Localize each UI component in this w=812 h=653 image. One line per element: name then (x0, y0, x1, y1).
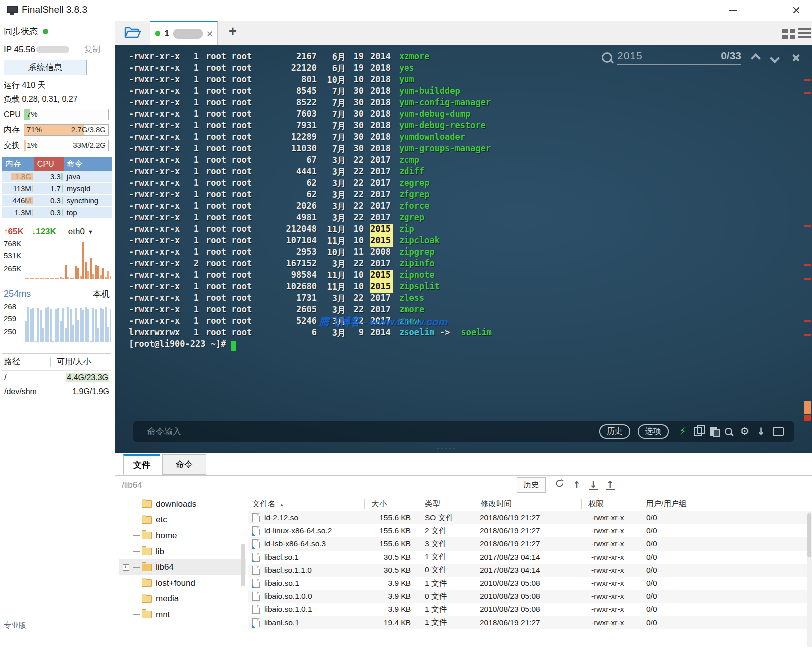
directory-tree: downloadsetchomeliblib64lost+foundmediam… (119, 496, 246, 653)
file-row[interactable]: libaio.so.13.9 KB1 文件2010/08/23 05:08-rw… (248, 577, 812, 590)
chevron-down-icon[interactable]: ▼ (88, 229, 93, 235)
session-tab[interactable]: 1 (150, 21, 218, 45)
search-match-marker (804, 92, 811, 94)
file-col-2[interactable]: 类型 (418, 499, 474, 509)
disk-col-path[interactable]: 路径 (4, 357, 51, 367)
network-interface[interactable]: eth0 (68, 227, 85, 237)
find-icon[interactable] (725, 428, 732, 435)
sort-asc-icon: ▲ (280, 502, 284, 507)
folder-icon (142, 548, 152, 555)
path-input[interactable]: /lib64 (122, 480, 142, 490)
process-col-cpu[interactable]: CPU (34, 157, 64, 171)
sidebar: 同步状态 IP 45.56 复制 系统信息 运行 410 天 负载 0.28, … (0, 21, 115, 653)
maximize-icon[interactable] (761, 7, 768, 14)
file-row[interactable]: libacl.so.1.1.030.5 KB0 文件2017/08/23 04:… (248, 564, 812, 577)
tree-item-downloads[interactable]: downloads (119, 496, 246, 512)
file-col-0[interactable]: 文件名▲ (248, 499, 364, 509)
terminal[interactable]: -rwxr-xr-x1root root21676月192014xzmore-r… (115, 45, 812, 453)
new-tab-button[interactable]: + (229, 24, 237, 39)
search-next-icon[interactable] (771, 55, 779, 60)
tree-item-etc[interactable]: etc (119, 512, 246, 528)
terminal-row: -rwxr-xr-x1root root10710411月102015zipcl… (129, 235, 812, 247)
tree-item-home[interactable]: home (119, 528, 246, 544)
terminal-row: -rwxr-xr-x1root root20263月222017zforce (129, 201, 812, 212)
open-connection-folder-icon[interactable] (124, 26, 142, 42)
tab-commands[interactable]: 命令 (162, 454, 206, 475)
fullscreen-icon[interactable] (773, 427, 784, 436)
terminal-search-bar: 2015 0/33 (602, 50, 800, 65)
tree-item-mnt[interactable]: mnt (119, 607, 246, 623)
sync-status-label: 同步状态 (4, 26, 38, 37)
file-col-5[interactable]: 用户/用户组 (639, 499, 812, 509)
tree-item-label: home (156, 531, 177, 541)
process-row[interactable]: 446M0.3syncthing (2, 195, 112, 207)
file-row[interactable]: libaio.so.1.0.03.9 KB0 文件2010/08/23 05:0… (248, 590, 812, 603)
search-close-icon[interactable] (792, 54, 800, 61)
minimize-icon[interactable] (729, 10, 737, 11)
tree-item-lib[interactable]: lib (119, 544, 246, 560)
scroll-bottom-icon[interactable]: ↓ (757, 425, 765, 437)
layout-grid-icon[interactable] (782, 29, 788, 33)
process-row[interactable]: 1.3M0.3top (2, 207, 112, 219)
system-info-button[interactable]: 系统信息 (4, 60, 87, 75)
terminal-row: -rwxr-xr-x1root root26053月222017zmore (129, 304, 812, 316)
process-row[interactable]: 1.8G3.3java (2, 171, 112, 183)
terminal-row: -rwxr-xr-x1root root110307月302018yum-gro… (129, 143, 812, 155)
file-col-4[interactable]: 权限 (581, 499, 639, 509)
quick-command-icon[interactable]: ⚡ (679, 425, 687, 437)
file-table: 文件名▲大小类型修改时间权限用户/用户组 ld-2.12.so155.6 KBS… (248, 496, 812, 653)
close-icon[interactable] (792, 6, 800, 14)
folder-icon (142, 579, 152, 587)
tree-item-media[interactable]: media (119, 591, 246, 607)
search-input[interactable]: 2015 (617, 50, 643, 62)
file-row[interactable]: ld-linux-x86-64.so.2155.6 KB2 文件2018/06/… (248, 524, 812, 537)
search-prev-icon[interactable] (752, 55, 760, 60)
file-col-3[interactable]: 修改时间 (474, 499, 581, 509)
file-row[interactable]: libaio.so.1.0.13.9 KB1 文件2010/08/23 05:0… (248, 603, 812, 616)
session-tab-strip: 1 + (115, 21, 812, 45)
splitter-handle[interactable] (437, 444, 457, 452)
path-history-button[interactable]: 历史 (517, 477, 546, 493)
gear-icon[interactable]: ⚙ (740, 425, 749, 437)
swap-detail: 33M/2.2G (73, 141, 106, 149)
paste-icon[interactable] (710, 427, 717, 436)
ping-host-label[interactable]: 本机 (93, 288, 110, 300)
disk-col-size[interactable]: 可用/大小 (51, 357, 91, 367)
upload-icon[interactable]: ↑ (606, 479, 615, 490)
file-row[interactable]: libanl.so.119.4 KB1 文件2018/06/19 21:27-r… (248, 616, 812, 629)
tab-files[interactable]: 文件 (123, 454, 160, 475)
parent-directory-icon[interactable]: ↑ (573, 479, 581, 490)
command-input[interactable]: 命令输入 (147, 426, 181, 437)
expand-icon[interactable] (123, 564, 129, 571)
file-table-scrollbar[interactable] (807, 512, 812, 647)
tree-item-label: lib64 (156, 562, 174, 572)
download-icon[interactable]: ↓ (589, 479, 598, 490)
options-button[interactable]: 选项 (638, 424, 669, 439)
tree-item-lost+found[interactable]: lost+found (119, 575, 246, 591)
mem-detail: 2.7G/3.8G (71, 125, 106, 134)
search-match-marker (804, 225, 811, 227)
load-label: 负载 0.28, 0.31, 0.27 (4, 94, 115, 105)
terminal-scrollbar-thumb[interactable] (804, 401, 811, 414)
folder-icon (142, 564, 152, 571)
file-panel: 文件 命令 /lib64 历史 ↑ ↓ ↑ down (115, 453, 812, 653)
file-row[interactable]: ld-lsb-x86-64.so.3155.6 KB3 文件2018/06/19… (248, 537, 812, 550)
file-col-1[interactable]: 大小 (364, 499, 418, 509)
ping-latency: 254ms (4, 289, 31, 299)
tab-close-icon[interactable] (207, 31, 212, 37)
copy-icon[interactable] (694, 427, 702, 436)
process-row[interactable]: 113M1.7mysqld (2, 183, 112, 195)
menu-icon[interactable] (798, 28, 811, 30)
history-button[interactable]: 历史 (599, 424, 630, 439)
file-icon (252, 566, 260, 575)
copy-ip-button[interactable]: 复制 (84, 44, 100, 55)
refresh-icon[interactable] (554, 478, 565, 491)
file-row[interactable]: ld-2.12.so155.6 KBSO 文件2018/06/19 21:27-… (248, 511, 812, 524)
terminal-row: lrwxrwxrwx1root root63月92014zsoelim -> s… (129, 327, 812, 339)
tree-item-lib64[interactable]: lib64 (119, 559, 246, 575)
process-col-mem[interactable]: 内存 (2, 157, 34, 171)
terminal-row: -rwxr-xr-x1root root623月222017zfgrep (129, 189, 812, 201)
tree-scrollbar[interactable] (241, 544, 245, 586)
process-col-cmd[interactable]: 命令 (64, 157, 112, 171)
file-row[interactable]: libacl.so.130.5 KB1 文件2017/08/23 04:14-r… (248, 551, 812, 564)
